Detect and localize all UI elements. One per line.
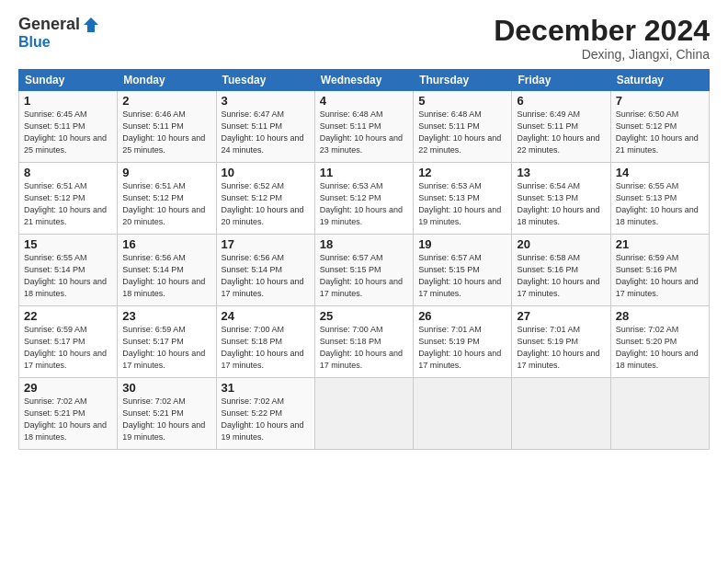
day-number: 25 — [320, 309, 408, 323]
calendar-cell: 26Sunrise: 7:01 AMSunset: 5:19 PMDayligh… — [414, 306, 512, 378]
calendar-cell: 20Sunrise: 6:58 AMSunset: 5:16 PMDayligh… — [512, 235, 610, 306]
day-number: 6 — [517, 94, 605, 108]
day-number: 1 — [24, 94, 112, 108]
calendar-cell: 6Sunrise: 6:49 AMSunset: 5:11 PMDaylight… — [512, 91, 610, 163]
day-info: Sunrise: 7:02 AMSunset: 5:22 PMDaylight:… — [222, 396, 304, 442]
calendar-cell: 10Sunrise: 6:52 AMSunset: 5:12 PMDayligh… — [216, 163, 314, 235]
day-info: Sunrise: 6:55 AMSunset: 5:14 PMDaylight:… — [24, 253, 107, 298]
day-info: Sunrise: 6:57 AMSunset: 5:15 PMDaylight:… — [418, 253, 501, 298]
calendar-cell: 27Sunrise: 7:01 AMSunset: 5:19 PMDayligh… — [512, 306, 610, 378]
calendar-table: SundayMondayTuesdayWednesdayThursdayFrid… — [18, 69, 710, 450]
day-info: Sunrise: 7:00 AMSunset: 5:18 PMDaylight:… — [222, 325, 304, 370]
calendar-cell — [512, 378, 610, 450]
day-number: 27 — [517, 309, 605, 323]
day-info: Sunrise: 6:57 AMSunset: 5:15 PMDaylight:… — [320, 253, 403, 298]
calendar-cell: 31Sunrise: 7:02 AMSunset: 5:22 PMDayligh… — [216, 378, 314, 450]
day-header: Monday — [118, 70, 216, 91]
day-number: 17 — [222, 237, 310, 251]
day-info: Sunrise: 6:52 AMSunset: 5:12 PMDaylight:… — [222, 181, 304, 226]
calendar-cell: 25Sunrise: 7:00 AMSunset: 5:18 PMDayligh… — [314, 306, 413, 378]
day-number: 7 — [616, 94, 704, 108]
day-number: 23 — [122, 309, 210, 323]
day-number: 3 — [222, 94, 310, 108]
calendar-cell: 18Sunrise: 6:57 AMSunset: 5:15 PMDayligh… — [314, 235, 413, 306]
day-number: 22 — [24, 309, 112, 323]
calendar-cell: 7Sunrise: 6:50 AMSunset: 5:12 PMDaylight… — [610, 91, 709, 163]
day-number: 18 — [320, 237, 408, 251]
logo-general: General — [18, 15, 80, 34]
location: Dexing, Jiangxi, China — [494, 47, 710, 62]
day-number: 8 — [24, 166, 112, 179]
calendar-cell: 28Sunrise: 7:02 AMSunset: 5:20 PMDayligh… — [610, 306, 709, 378]
day-info: Sunrise: 6:49 AMSunset: 5:11 PMDaylight:… — [517, 109, 599, 155]
day-number: 21 — [616, 237, 704, 251]
calendar-cell: 5Sunrise: 6:48 AMSunset: 5:11 PMDaylight… — [414, 91, 512, 163]
day-info: Sunrise: 6:53 AMSunset: 5:12 PMDaylight:… — [320, 181, 403, 226]
day-number: 10 — [222, 166, 310, 179]
day-number: 19 — [418, 237, 506, 251]
calendar-cell: 17Sunrise: 6:56 AMSunset: 5:14 PMDayligh… — [216, 235, 314, 306]
day-info: Sunrise: 6:50 AMSunset: 5:12 PMDaylight:… — [616, 109, 699, 155]
day-header: Thursday — [414, 70, 512, 91]
calendar-cell: 1Sunrise: 6:45 AMSunset: 5:11 PMDaylight… — [19, 91, 118, 163]
day-info: Sunrise: 7:02 AMSunset: 5:21 PMDaylight:… — [122, 396, 205, 442]
logo: General Blue — [18, 15, 100, 51]
day-number: 5 — [418, 94, 506, 108]
day-info: Sunrise: 6:46 AMSunset: 5:11 PMDaylight:… — [122, 109, 205, 155]
day-header: Tuesday — [216, 70, 314, 91]
calendar-cell: 29Sunrise: 7:02 AMSunset: 5:21 PMDayligh… — [19, 378, 118, 450]
calendar-cell: 13Sunrise: 6:54 AMSunset: 5:13 PMDayligh… — [512, 163, 610, 235]
day-info: Sunrise: 6:56 AMSunset: 5:14 PMDaylight:… — [122, 253, 205, 298]
day-info: Sunrise: 6:58 AMSunset: 5:16 PMDaylight:… — [517, 253, 599, 298]
day-number: 14 — [616, 166, 704, 179]
day-number: 15 — [24, 237, 112, 251]
calendar-cell: 4Sunrise: 6:48 AMSunset: 5:11 PMDaylight… — [314, 91, 413, 163]
day-info: Sunrise: 6:54 AMSunset: 5:13 PMDaylight:… — [517, 181, 599, 226]
day-number: 11 — [320, 166, 408, 179]
calendar-cell — [314, 378, 413, 450]
day-info: Sunrise: 6:59 AMSunset: 5:16 PMDaylight:… — [616, 253, 699, 298]
day-info: Sunrise: 6:55 AMSunset: 5:13 PMDaylight:… — [616, 181, 699, 226]
day-info: Sunrise: 6:53 AMSunset: 5:13 PMDaylight:… — [418, 181, 501, 226]
calendar-cell: 12Sunrise: 6:53 AMSunset: 5:13 PMDayligh… — [414, 163, 512, 235]
day-number: 29 — [24, 381, 112, 395]
calendar-cell: 14Sunrise: 6:55 AMSunset: 5:13 PMDayligh… — [610, 163, 709, 235]
day-number: 4 — [320, 94, 408, 108]
header: General Blue December 2024 Dexing, Jiang… — [18, 15, 710, 62]
day-header: Friday — [512, 70, 610, 91]
calendar-cell: 19Sunrise: 6:57 AMSunset: 5:15 PMDayligh… — [414, 235, 512, 306]
svg-marker-0 — [84, 17, 98, 32]
day-info: Sunrise: 6:59 AMSunset: 5:17 PMDaylight:… — [24, 325, 107, 370]
calendar-cell: 3Sunrise: 6:47 AMSunset: 5:11 PMDaylight… — [216, 91, 314, 163]
day-number: 2 — [122, 94, 210, 108]
day-header: Saturday — [610, 70, 709, 91]
calendar-cell: 8Sunrise: 6:51 AMSunset: 5:12 PMDaylight… — [19, 163, 118, 235]
day-number: 20 — [517, 237, 605, 251]
calendar-cell: 21Sunrise: 6:59 AMSunset: 5:16 PMDayligh… — [610, 235, 709, 306]
month-title: December 2024 — [494, 15, 710, 47]
day-info: Sunrise: 7:02 AMSunset: 5:20 PMDaylight:… — [616, 325, 699, 370]
day-info: Sunrise: 7:01 AMSunset: 5:19 PMDaylight:… — [418, 325, 501, 370]
day-info: Sunrise: 6:59 AMSunset: 5:17 PMDaylight:… — [122, 325, 205, 370]
calendar-cell — [414, 378, 512, 450]
calendar-page: General Blue December 2024 Dexing, Jiang… — [0, 0, 728, 563]
calendar-cell: 9Sunrise: 6:51 AMSunset: 5:12 PMDaylight… — [118, 163, 216, 235]
day-number: 31 — [222, 381, 310, 395]
day-header: Sunday — [19, 70, 118, 91]
day-info: Sunrise: 6:48 AMSunset: 5:11 PMDaylight:… — [418, 109, 501, 155]
day-number: 16 — [122, 237, 210, 251]
logo-blue: Blue — [18, 34, 51, 51]
day-info: Sunrise: 6:56 AMSunset: 5:14 PMDaylight:… — [222, 253, 304, 298]
day-number: 28 — [616, 309, 704, 323]
calendar-cell: 24Sunrise: 7:00 AMSunset: 5:18 PMDayligh… — [216, 306, 314, 378]
calendar-cell: 2Sunrise: 6:46 AMSunset: 5:11 PMDaylight… — [118, 91, 216, 163]
calendar-cell: 15Sunrise: 6:55 AMSunset: 5:14 PMDayligh… — [19, 235, 118, 306]
title-block: December 2024 Dexing, Jiangxi, China — [494, 15, 710, 62]
day-number: 30 — [122, 381, 210, 395]
day-info: Sunrise: 6:47 AMSunset: 5:11 PMDaylight:… — [222, 109, 304, 155]
day-info: Sunrise: 6:51 AMSunset: 5:12 PMDaylight:… — [24, 181, 107, 226]
day-info: Sunrise: 7:00 AMSunset: 5:18 PMDaylight:… — [320, 325, 403, 370]
day-info: Sunrise: 6:45 AMSunset: 5:11 PMDaylight:… — [24, 109, 107, 155]
calendar-cell: 11Sunrise: 6:53 AMSunset: 5:12 PMDayligh… — [314, 163, 413, 235]
calendar-cell — [610, 378, 709, 450]
